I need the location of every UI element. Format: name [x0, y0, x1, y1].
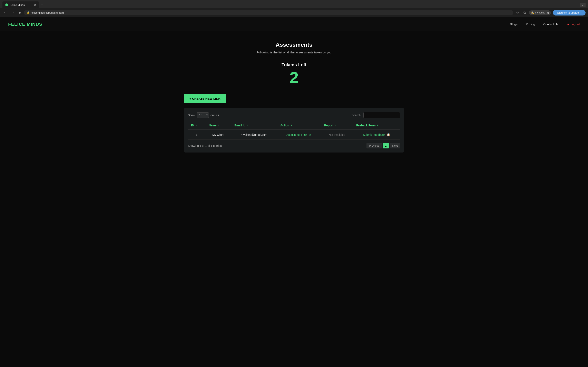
- cell-id: 1: [188, 130, 205, 140]
- logout-link[interactable]: ➔ Logout: [567, 22, 580, 26]
- feedback-icon: 📋: [387, 133, 390, 136]
- address-bar[interactable]: 🔒 feliceminds.com/dashboard: [24, 10, 513, 15]
- show-label: Show: [188, 114, 195, 117]
- logout-icon: ➔: [567, 22, 569, 26]
- active-tab[interactable]: Felice Minds ✕: [2, 1, 39, 8]
- bookmark-button[interactable]: ☆: [515, 10, 520, 16]
- page-subtitle: Following is the list of all the assessm…: [4, 50, 584, 54]
- reload-button[interactable]: ↻: [17, 10, 22, 16]
- tab-favicon: [5, 3, 8, 6]
- nav-links: Blogs Pricing Contact Us ➔ Logout: [510, 22, 580, 26]
- tab-close-icon[interactable]: ✕: [34, 3, 36, 7]
- tab-title: Felice Minds: [10, 3, 25, 7]
- lock-icon: 🔒: [27, 11, 30, 14]
- sort-icon-feedback: ⇅: [377, 124, 379, 127]
- incognito-badge: 🕵 Incognito (2): [529, 10, 551, 15]
- table-row: 1 My Client myclient@gmail.com Assessmen…: [188, 130, 400, 140]
- new-tab-button[interactable]: +: [39, 2, 45, 8]
- submit-feedback-link[interactable]: Submit Feedback 📋: [363, 133, 390, 136]
- sort-icon-report: ⇅: [335, 124, 336, 127]
- next-button[interactable]: Next: [390, 143, 400, 149]
- search-input[interactable]: [363, 112, 400, 118]
- split-view-button[interactable]: ⧉: [522, 10, 527, 15]
- main-content: Assessments Following is the list of all…: [0, 31, 588, 163]
- brand-logo[interactable]: FELICE MINDS: [8, 22, 510, 27]
- search-label: Search:: [352, 114, 361, 117]
- browser-toolbar: ← → ↻ 🔒 feliceminds.com/dashboard ☆ ⧉ 🕵 …: [0, 8, 588, 17]
- entries-info: Showing 1 to 1 of 1 entries: [188, 144, 222, 147]
- entries-label: entries: [210, 114, 219, 117]
- col-header-feedback[interactable]: Feeback Form ⇅: [353, 121, 400, 130]
- entries-select[interactable]: 10 25 50 100: [197, 112, 209, 118]
- cell-email: myclient@gmail.com: [231, 130, 277, 140]
- sort-icon-name: ⇅: [218, 124, 219, 127]
- incognito-label: Incognito (2): [535, 11, 549, 14]
- cell-report: Not available: [321, 130, 353, 140]
- col-header-name[interactable]: Name ⇅: [205, 121, 231, 130]
- sort-icon-email: ⇅: [247, 124, 248, 127]
- tab-bar: Felice Minds ✕ + ⌄: [0, 0, 588, 8]
- mail-icon: ✉: [309, 133, 311, 137]
- previous-button[interactable]: Previous: [366, 143, 382, 149]
- browser-chrome: Felice Minds ✕ + ⌄ ← → ↻ 🔒 feliceminds.c…: [0, 0, 588, 17]
- navbar: FELICE MINDS Blogs Pricing Contact Us ➔ …: [0, 17, 588, 31]
- col-header-id[interactable]: ID ▲: [188, 121, 205, 130]
- table-header: ID ▲ Name ⇅ Email Id: [188, 121, 400, 130]
- report-status: Not available: [329, 133, 345, 136]
- table-body: 1 My Client myclient@gmail.com Assessmen…: [188, 130, 400, 140]
- relaunch-menu-icon: ⋮: [580, 11, 583, 14]
- back-button[interactable]: ←: [2, 10, 8, 15]
- forward-button[interactable]: →: [10, 10, 16, 15]
- nav-link-contact[interactable]: Contact Us: [543, 22, 558, 26]
- col-header-report[interactable]: Report ⇅: [321, 121, 353, 130]
- table-container: Show 10 25 50 100 entries Search:: [184, 108, 404, 152]
- col-header-email[interactable]: Email Id ⇅: [231, 121, 277, 130]
- cell-name: My Client: [205, 130, 231, 140]
- page-title: Assessments: [4, 42, 584, 48]
- relaunch-label: Relaunch to update: [556, 11, 579, 14]
- nav-link-blogs[interactable]: Blogs: [510, 22, 518, 26]
- show-entries-control: Show 10 25 50 100 entries: [188, 112, 219, 118]
- tokens-count: 2: [4, 69, 584, 86]
- search-box: Search:: [352, 112, 400, 118]
- sort-icon-action: ⇅: [290, 124, 292, 127]
- table-controls: Show 10 25 50 100 entries Search:: [188, 112, 400, 118]
- relaunch-button[interactable]: Relaunch to update ⋮: [553, 10, 586, 16]
- assessments-table: ID ▲ Name ⇅ Email Id: [188, 121, 400, 140]
- incognito-icon: 🕵: [531, 11, 534, 14]
- logout-label: Logout: [571, 22, 580, 26]
- col-header-action[interactable]: Action ⇅: [277, 121, 321, 130]
- tokens-section: Tokens Left 2: [4, 62, 584, 86]
- cell-action: Assessment link ✉: [277, 130, 321, 140]
- nav-link-pricing[interactable]: Pricing: [526, 22, 535, 26]
- app: FELICE MINDS Blogs Pricing Contact Us ➔ …: [0, 17, 588, 367]
- url-display: feliceminds.com/dashboard: [31, 11, 64, 14]
- tokens-label: Tokens Left: [4, 62, 584, 67]
- create-new-link-button[interactable]: + CREATE NEW LINK: [184, 94, 226, 103]
- page-number-1[interactable]: 1: [383, 143, 389, 149]
- toolbar-right: ☆ ⧉ 🕵 Incognito (2) Relaunch to update ⋮: [515, 10, 586, 16]
- cell-feedback: Submit Feedback 📋: [353, 130, 400, 140]
- assessment-link[interactable]: Assessment link ✉: [286, 133, 311, 137]
- tabs-expand-button[interactable]: ⌄: [580, 3, 586, 7]
- sort-icon-id: ▲: [195, 124, 197, 127]
- pagination: Previous 1 Next: [366, 143, 400, 149]
- table-footer: Showing 1 to 1 of 1 entries Previous 1 N…: [188, 143, 400, 149]
